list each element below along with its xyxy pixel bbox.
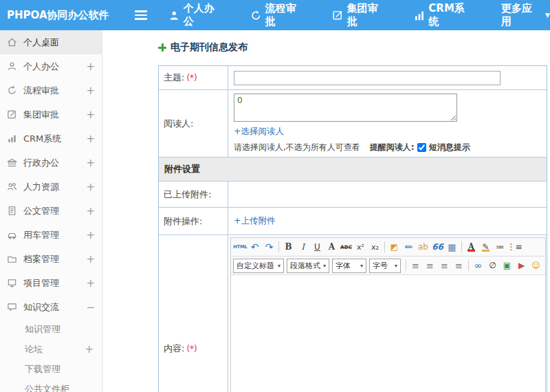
caret-down-icon: ▾ bbox=[395, 263, 397, 269]
editor-undo-button[interactable]: ↶ bbox=[248, 240, 262, 254]
sidebar-subitem-label: 知识管理 bbox=[25, 323, 94, 336]
sidebar-item-label: 知识交流 bbox=[23, 301, 86, 314]
rich-text-editor: HTML ↶ ↷ B I U A ABC x² x₂ ◩ ✏ bbox=[230, 237, 546, 392]
sms-checkbox[interactable] bbox=[417, 143, 426, 152]
subject-input[interactable] bbox=[234, 71, 500, 85]
editor-bold-button[interactable]: B bbox=[281, 240, 296, 254]
collapse-toggle[interactable]: − bbox=[86, 301, 95, 314]
editor-content-area[interactable] bbox=[231, 275, 545, 392]
nav-personal-office[interactable]: 个人办公 bbox=[169, 2, 223, 28]
uploaded-attachments-value bbox=[228, 182, 547, 207]
editor-fontcolor-button[interactable]: A bbox=[464, 240, 478, 254]
sidebar-item-group-approval[interactable]: 集团审批 + bbox=[0, 102, 102, 127]
editor-toolbar-row-2: 自定义标题 ▾ 段落格式 ▾ 字体 ▾ 字号 ▾ bbox=[231, 257, 545, 275]
expand-toggle[interactable]: + bbox=[86, 61, 95, 73]
sidebar: 个人桌面 个人办公 + 流程审批 + 集团审批 + CRM系统 + 行政办公 +… bbox=[0, 30, 102, 392]
editor-table-button[interactable]: ▦ bbox=[445, 240, 459, 254]
editor-link-button[interactable]: ∞ bbox=[471, 259, 485, 272]
subject-row: 主题: (*) bbox=[159, 66, 547, 90]
toolbar-separator bbox=[461, 241, 462, 252]
editor-autotypeset-button[interactable]: A bbox=[324, 240, 339, 254]
sidebar-item-project-mgmt[interactable]: 项目管理 + bbox=[0, 271, 102, 295]
nav-crm-system[interactable]: CRM系统 bbox=[415, 2, 474, 28]
editor-font-family-dropdown[interactable]: 字体 ▾ bbox=[332, 259, 366, 273]
sidebar-item-personal-office[interactable]: 个人办公 + bbox=[0, 54, 102, 78]
nav-label: CRM系统 bbox=[428, 2, 474, 28]
expand-toggle[interactable]: + bbox=[86, 229, 95, 241]
editor-align-left-button[interactable]: ≡ bbox=[408, 259, 423, 272]
editor-superscript-button[interactable]: x² bbox=[353, 240, 368, 254]
editor-italic-button[interactable]: I bbox=[296, 240, 310, 254]
required-mark: (*) bbox=[186, 73, 197, 83]
nav-workflow-approval[interactable]: 流程审批 bbox=[251, 2, 305, 28]
sidebar-item-personal-desktop[interactable]: 个人桌面 bbox=[0, 30, 102, 54]
editor-align-justify-button[interactable]: ≡ bbox=[452, 259, 466, 272]
home-icon bbox=[7, 37, 17, 47]
editor-video-button[interactable]: ▶ bbox=[514, 259, 529, 272]
app-title: PHPOA协同办公软件 bbox=[0, 9, 135, 22]
editor-emoticon-button[interactable]: ☺ bbox=[529, 259, 543, 272]
expand-toggle[interactable]: + bbox=[86, 277, 95, 290]
person-icon bbox=[169, 10, 179, 21]
editor-toolbar-row-1: HTML ↶ ↷ B I U A ABC x² x₂ ◩ ✏ bbox=[231, 238, 545, 257]
editor-unlink-button[interactable]: ∅ bbox=[485, 259, 500, 272]
editor-underline-button[interactable]: U bbox=[310, 240, 324, 254]
expand-toggle[interactable]: + bbox=[85, 343, 94, 356]
dropdown-label: 字体 bbox=[336, 261, 351, 271]
expand-toggle[interactable]: + bbox=[86, 157, 95, 169]
toolbar-separator bbox=[384, 241, 385, 252]
toolbar-separator bbox=[468, 260, 469, 271]
upload-attachment-link[interactable]: +上传附件 bbox=[234, 215, 275, 227]
expand-toggle[interactable]: + bbox=[86, 253, 95, 265]
sidebar-item-vehicle-mgmt[interactable]: 用车管理 + bbox=[0, 223, 102, 247]
editor-font-size-dropdown[interactable]: 字号 ▾ bbox=[369, 259, 401, 273]
editor-custom-title-dropdown[interactable]: 自定义标题 ▾ bbox=[233, 259, 284, 273]
expand-toggle[interactable]: + bbox=[86, 109, 95, 121]
menu-icon[interactable] bbox=[135, 8, 150, 22]
sidebar-subitem-forum[interactable]: 论坛 + bbox=[0, 339, 102, 359]
sidebar-item-crm[interactable]: CRM系统 + bbox=[0, 127, 102, 151]
sidebar-item-document-mgmt[interactable]: 公文管理 + bbox=[0, 199, 102, 223]
editor-align-right-button[interactable]: ≡ bbox=[437, 259, 452, 272]
editor-blockquote-button[interactable]: 66 bbox=[430, 240, 445, 254]
expand-toggle[interactable]: + bbox=[86, 181, 95, 193]
dropdown-label: 自定义标题 bbox=[236, 261, 274, 271]
sidebar-item-workflow-approval[interactable]: 流程审批 + bbox=[0, 78, 102, 102]
dropdown-label: 字号 bbox=[373, 261, 388, 271]
sidebar-subitem-knowledge-mgmt[interactable]: 知识管理 bbox=[0, 319, 102, 339]
editor-removeformat-button[interactable]: ◩ bbox=[387, 240, 402, 254]
subject-label: 主题: bbox=[164, 72, 184, 84]
sidebar-subitem-download-mgmt[interactable]: 下载管理 bbox=[0, 359, 102, 379]
sidebar-item-hr[interactable]: 人力资源 + bbox=[0, 175, 102, 199]
chat-icon bbox=[7, 302, 17, 312]
editor-subscript-button[interactable]: x₂ bbox=[368, 240, 382, 254]
editor-strikethrough-button[interactable]: ABC bbox=[339, 240, 353, 254]
select-readers-link[interactable]: +选择阅读人 bbox=[234, 126, 284, 138]
editor-align-center-button[interactable]: ≡ bbox=[423, 259, 437, 272]
editor-bullet-list-button[interactable]: ≔ bbox=[493, 240, 507, 254]
editor-numbered-list-button[interactable]: ⋮≡ bbox=[507, 240, 522, 254]
editor-image-button[interactable]: ▣ bbox=[500, 259, 514, 272]
required-mark: (*) bbox=[186, 344, 197, 353]
expand-toggle[interactable]: + bbox=[86, 205, 95, 217]
remind-readers-label: 提醒阅读人: bbox=[370, 142, 415, 153]
readers-textarea[interactable]: 0 bbox=[234, 94, 457, 122]
editor-paragraph-format-dropdown[interactable]: 段落格式 ▾ bbox=[287, 259, 329, 273]
sidebar-item-knowledge-exchange[interactable]: 知识交流 − bbox=[0, 295, 102, 319]
edit-icon bbox=[333, 10, 343, 21]
editor-backcolor-button[interactable]: ✎ bbox=[478, 240, 493, 254]
nav-group-approval[interactable]: 集团审批 bbox=[333, 2, 387, 28]
expand-toggle[interactable]: + bbox=[86, 133, 95, 145]
sidebar-item-archive-mgmt[interactable]: 档案管理 + bbox=[0, 247, 102, 271]
uploaded-attachments-row: 已上传附件: bbox=[159, 182, 547, 208]
editor-formatbrush-button[interactable]: ✏ bbox=[402, 240, 416, 254]
editor-redo-button[interactable]: ↷ bbox=[262, 240, 276, 254]
sidebar-subitem-public-file-cabinet[interactable]: 公共文件柜 bbox=[0, 379, 102, 392]
editor-source-button[interactable]: HTML bbox=[233, 240, 248, 254]
sms-label: 短消息提示 bbox=[429, 142, 470, 153]
expand-toggle[interactable]: + bbox=[86, 85, 95, 97]
sidebar-item-administration[interactable]: 行政办公 + bbox=[0, 151, 102, 175]
editor-highlight-button[interactable]: ab bbox=[416, 240, 430, 254]
sidebar-subitem-label: 下载管理 bbox=[25, 363, 94, 375]
nav-more-apps[interactable]: 更多应用 ▼ bbox=[501, 2, 550, 28]
